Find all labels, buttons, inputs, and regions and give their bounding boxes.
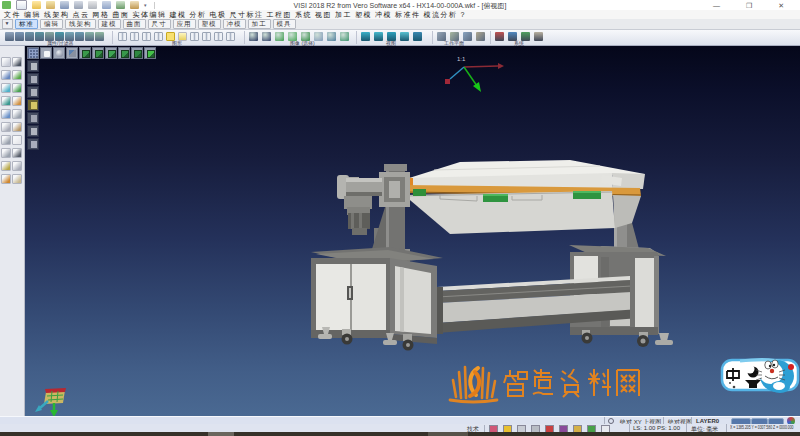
svg-text:1:1: 1:1	[457, 56, 466, 62]
